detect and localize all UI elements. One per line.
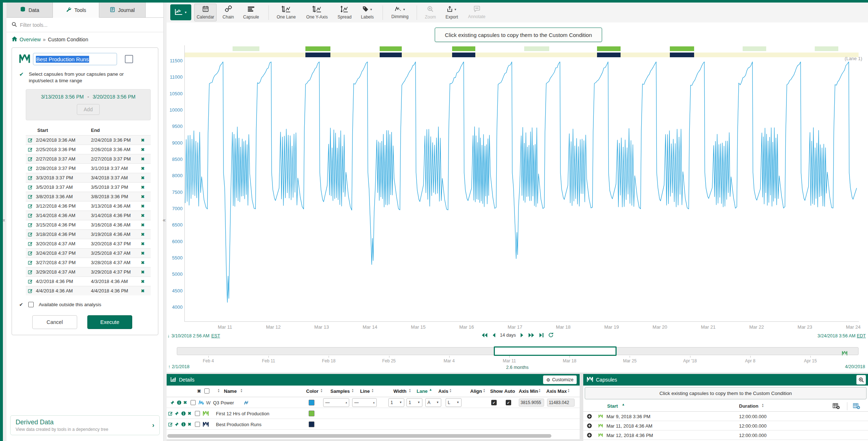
sort-toggle[interactable]: ▲▼ xyxy=(409,388,411,393)
export-button[interactable]: ▼ Export xyxy=(441,4,462,21)
cancel-button[interactable]: Cancel xyxy=(32,315,77,329)
col-duration[interactable]: Duration xyxy=(739,403,758,409)
edit-capsule-icon[interactable] xyxy=(28,279,36,284)
line-dropdown[interactable]: —▴ xyxy=(352,398,377,407)
row-checkbox[interactable] xyxy=(191,400,196,405)
align-select[interactable]: L▼ xyxy=(446,398,462,407)
x-axis[interactable] xyxy=(184,321,859,322)
remove-capsule-icon[interactable]: ✖ xyxy=(141,147,145,152)
available-outside-checkbox[interactable] xyxy=(28,302,34,307)
add-column-icon[interactable] xyxy=(832,402,840,411)
remove-capsule-icon[interactable]: ✖ xyxy=(141,260,145,265)
item-name[interactable]: Best Production Runs xyxy=(216,421,262,427)
width-select[interactable]: 1▼ xyxy=(388,398,404,407)
sort-toggle[interactable]: ▲▼ xyxy=(217,388,220,393)
remove-item-icon[interactable]: ✖ xyxy=(188,422,191,427)
range-selection-window[interactable] xyxy=(494,346,617,356)
breadcrumb-overview-link[interactable]: Overview xyxy=(20,37,41,42)
magnifier-button[interactable] xyxy=(856,375,866,384)
edit-capsule-icon[interactable] xyxy=(28,251,36,255)
edit-capsule-icon[interactable] xyxy=(28,185,36,190)
item-name[interactable]: First 12 Hrs of Production xyxy=(216,411,269,416)
color-swatch[interactable] xyxy=(309,411,314,416)
edit-capsule-icon[interactable] xyxy=(28,138,36,142)
lane-select[interactable]: 1▼ xyxy=(406,398,422,407)
duration-label[interactable]: 14 days xyxy=(500,333,516,338)
add-capsule-icon[interactable] xyxy=(587,414,592,419)
remove-capsule-icon[interactable]: ✖ xyxy=(141,222,145,228)
trend-chart[interactable]: Click existing capsules to copy them to … xyxy=(167,22,868,345)
sort-toggle[interactable]: ▲▼ xyxy=(538,388,541,393)
axis-min-input[interactable]: 3815.9055 xyxy=(519,399,544,407)
capsule-time-button[interactable]: Capsule xyxy=(239,4,263,21)
info-icon[interactable] xyxy=(177,400,181,405)
display-start-tz[interactable]: EST xyxy=(211,333,220,338)
edit-capsule-icon[interactable] xyxy=(28,260,36,265)
sort-toggle[interactable]: ▲▼ xyxy=(351,388,354,393)
auto-checkbox[interactable]: ✔ xyxy=(506,400,511,405)
one-lane-button[interactable]: One Lane xyxy=(272,4,300,21)
sort-toggle[interactable]: ▲▼ xyxy=(761,403,764,408)
range-duration-label[interactable]: 2.6 months xyxy=(506,365,529,370)
edit-icon[interactable] xyxy=(168,422,173,427)
view-switcher-button[interactable]: ▼ xyxy=(170,4,191,20)
col-width[interactable]: Width xyxy=(393,388,406,394)
step-forward-much-button[interactable] xyxy=(528,333,535,338)
range-end-label[interactable]: 4/20/2018 xyxy=(845,364,865,369)
show-checkbox[interactable]: ✔ xyxy=(491,400,497,405)
col-align[interactable]: Align xyxy=(470,388,482,394)
spread-button[interactable]: Spread xyxy=(334,4,355,21)
edit-capsule-icon[interactable] xyxy=(28,232,36,237)
collapse-rail-button[interactable]: « xyxy=(2,217,5,223)
range-end-link[interactable]: 3/20/2018 3:56 PM xyxy=(93,94,135,100)
col-name[interactable]: Name xyxy=(224,388,237,394)
edit-capsule-icon[interactable] xyxy=(28,175,36,180)
edit-capsule-icon[interactable] xyxy=(28,194,36,199)
add-stats-column-icon[interactable] xyxy=(853,402,860,411)
one-y-axis-button[interactable]: One Y-Axis xyxy=(301,4,333,21)
step-to-end-button[interactable] xyxy=(539,333,544,338)
remove-capsule-icon[interactable]: ✖ xyxy=(141,204,145,209)
remove-capsule-icon[interactable]: ✖ xyxy=(141,232,145,237)
sort-toggle[interactable]: ▲▼ xyxy=(483,388,485,393)
capsule-list-row[interactable]: Mar 11, 2018 4:36 AM12:00:00.000 xyxy=(583,421,868,430)
tab-tools[interactable]: Tools xyxy=(53,3,99,18)
remove-capsule-icon[interactable]: ✖ xyxy=(141,157,145,162)
remove-capsule-icon[interactable]: ✖ xyxy=(141,241,145,246)
pin-icon[interactable] xyxy=(170,400,175,405)
col-lane[interactable]: Lane xyxy=(417,388,427,394)
color-swatch[interactable] xyxy=(309,400,314,405)
remove-capsule-icon[interactable]: ✖ xyxy=(141,279,145,284)
axis-select[interactable]: A▼ xyxy=(425,398,441,407)
capsule-list-row[interactable]: Mar 9, 2018 3:36 PM12:00:00.000 xyxy=(583,412,868,421)
remove-capsule-icon[interactable]: ✖ xyxy=(141,213,145,218)
col-color[interactable]: Color xyxy=(306,388,318,394)
remove-capsule-icon[interactable]: ✖ xyxy=(141,288,145,294)
add-capsule-icon[interactable] xyxy=(587,423,592,428)
remove-capsule-icon[interactable]: ✖ xyxy=(141,251,145,256)
range-start-link[interactable]: 3/13/2018 3:56 PM xyxy=(41,94,84,100)
remove-capsule-icon[interactable]: ✖ xyxy=(141,270,145,275)
condition-name-input[interactable]: Best Production Runs xyxy=(33,53,117,65)
signal-plot[interactable] xyxy=(185,45,859,321)
color-swatch[interactable] xyxy=(309,421,314,427)
edit-capsule-icon[interactable] xyxy=(28,204,36,208)
tab-journal[interactable]: Journal xyxy=(99,3,146,17)
step-back-much-button[interactable] xyxy=(481,333,488,338)
display-end-tz[interactable]: EDT xyxy=(857,333,866,338)
step-back-button[interactable] xyxy=(492,333,496,338)
edit-capsule-icon[interactable] xyxy=(28,241,36,246)
info-icon[interactable] xyxy=(181,422,186,427)
col-axis-max[interactable]: Axis Max xyxy=(546,388,567,394)
tab-data[interactable]: Data xyxy=(7,3,53,17)
remove-item-icon[interactable]: ✖ xyxy=(183,400,187,405)
item-name[interactable]: Q3 Power xyxy=(213,400,234,405)
display-range-end[interactable]: 3/24/2018 3:56 AM EDT xyxy=(818,333,866,338)
remove-capsule-icon[interactable]: ✖ xyxy=(141,166,145,171)
samples-dropdown[interactable]: —▴ xyxy=(323,398,349,407)
sort-toggle[interactable]: ▲▼ xyxy=(240,388,243,393)
pin-icon[interactable] xyxy=(175,411,179,416)
col-axis-min[interactable]: Axis Min xyxy=(519,388,538,394)
sort-toggle[interactable]: ▲▼ xyxy=(371,388,374,393)
edit-capsule-icon[interactable] xyxy=(28,222,36,227)
